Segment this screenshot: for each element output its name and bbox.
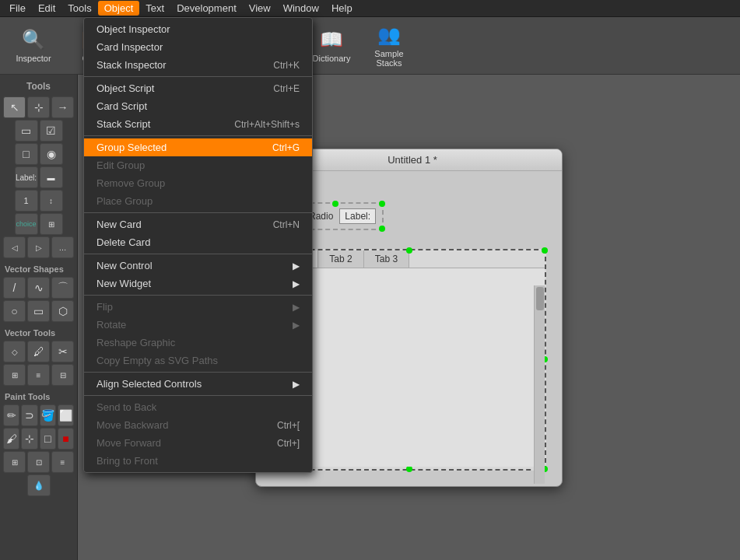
vector-shapes-label: Vector Shapes [3, 260, 74, 275]
handle-tm [332, 201, 338, 207]
divider-5 [84, 295, 312, 296]
tools-label: Tools [3, 78, 74, 95]
menu-bar: File Edit Tools Object Text Development … [0, 0, 740, 17]
menu-entry-place-group[interactable]: Place Group [84, 192, 312, 210]
new-control-arrow: ▶ [293, 261, 300, 271]
tool-arrow-left[interactable]: ◁ [3, 236, 26, 258]
tool-input[interactable]: ▬ [40, 166, 63, 188]
menu-view[interactable]: View [243, 1, 277, 16]
menu-entry-bring-front[interactable]: Bring to Front [84, 452, 312, 470]
tool-line[interactable]: / [3, 277, 26, 299]
menu-entry-move-forward[interactable]: Move Forward Ctrl+] [84, 434, 312, 452]
tool-path[interactable]: ⌒ [51, 277, 74, 299]
tool-rect[interactable]: ▭ [15, 120, 38, 142]
tool-vrect[interactable]: ▭ [27, 300, 50, 322]
tool-label[interactable]: Label: [15, 166, 38, 188]
menu-entry-object-inspector[interactable]: Object Inspector [84, 20, 312, 38]
tool-curve[interactable]: ∿ [27, 277, 50, 299]
menu-entry-card-script[interactable]: Card Script [84, 97, 312, 115]
tool-paint6[interactable]: ⊡ [27, 451, 50, 473]
menu-entry-remove-group[interactable]: Remove Group [84, 174, 312, 192]
tool-scroll[interactable]: ↕ [40, 190, 63, 212]
menu-tools[interactable]: Tools [61, 1, 97, 16]
divider-2 [84, 135, 312, 136]
menu-entry-move-backward[interactable]: Move Backward Ctrl+[ [84, 416, 312, 434]
tool-select[interactable]: ⊹ [27, 96, 50, 118]
tool-circle[interactable]: ○ [3, 300, 26, 322]
tool-paint4[interactable]: ■ [58, 428, 74, 450]
menu-entry-reshape[interactable]: Reshape Graphic [84, 334, 312, 352]
menu-entry-send-back[interactable]: Send to Back [84, 398, 312, 416]
tool-paint2[interactable]: ⊹ [21, 428, 37, 450]
tool-more[interactable]: … [51, 236, 74, 258]
divider-6 [84, 372, 312, 373]
tool-row-vector: / ∿ ⌒ [3, 277, 74, 299]
label-control: Label: [339, 208, 376, 224]
tool-rect2[interactable]: □ [15, 143, 38, 165]
menu-entry-new-card[interactable]: New Card Ctrl+N [84, 215, 312, 233]
tool-eraser[interactable]: ⬜ [58, 404, 74, 426]
shortcut-stack-inspector: Ctrl+K [273, 60, 300, 71]
tool-align[interactable]: ≡ [27, 364, 50, 386]
menu-entry-align[interactable]: Align Selected Controls ▶ [84, 375, 312, 393]
shortcut-move-forward: Ctrl+] [277, 438, 300, 449]
tool-lasso[interactable]: ⊃ [21, 404, 37, 426]
tool-pencil[interactable]: ✏ [3, 404, 19, 426]
tool-num[interactable]: 1 [15, 190, 38, 212]
tool-paint3[interactable]: □ [40, 428, 56, 450]
dictionary-icon: 📖 [320, 29, 343, 51]
menu-text[interactable]: Text [139, 1, 170, 16]
tool-radio[interactable]: ◉ [40, 143, 63, 165]
menu-entry-card-inspector[interactable]: Card Inspector [84, 38, 312, 56]
menu-entry-copy-svg[interactable]: Copy Empty as SVG Paths [84, 352, 312, 369]
menu-entry-new-widget[interactable]: New Widget ▶ [84, 275, 312, 292]
tool-paint7[interactable]: ≡ [51, 451, 74, 473]
divider-3 [84, 212, 312, 213]
menu-entry-stack-script[interactable]: Stack Script Ctrl+Alt+Shift+s [84, 115, 312, 133]
menu-entry-object-script[interactable]: Object Script Ctrl+E [84, 79, 312, 97]
tool-dropper[interactable]: 💧 [27, 474, 51, 496]
menu-entry-group-selected[interactable]: Group Selected Ctrl+G [84, 138, 312, 156]
menu-file[interactable]: File [3, 1, 32, 16]
tool-scissors[interactable]: ✂ [51, 341, 74, 362]
menu-development[interactable]: Development [170, 1, 243, 16]
menu-entry-flip[interactable]: Flip ▶ [84, 298, 312, 316]
menu-edit[interactable]: Edit [32, 1, 61, 16]
tool-poly[interactable]: ⬡ [51, 300, 74, 322]
new-widget-arrow: ▶ [293, 278, 300, 289]
toolbar-inspector[interactable]: 🔍 Inspector [6, 23, 61, 69]
tool-arrow-move[interactable]: → [51, 96, 74, 118]
menu-entry-edit-group[interactable]: Edit Group [84, 156, 312, 174]
tool-brush[interactable]: 🖌 [3, 428, 19, 450]
menu-entry-stack-inspector[interactable]: Stack Inspector Ctrl+K [84, 56, 312, 74]
vector-tools-label: Vector Tools [3, 324, 74, 339]
menu-help[interactable]: Help [325, 1, 359, 16]
menu-entry-rotate[interactable]: Rotate ▶ [84, 316, 312, 334]
tool-group[interactable]: ⊞ [3, 364, 26, 386]
inspector-icon: 🔍 [22, 29, 45, 51]
tool-choice[interactable]: choice [15, 213, 38, 235]
menu-object[interactable]: Object [98, 1, 140, 16]
shortcut-new-card: Ctrl+N [273, 219, 300, 230]
tool-bucket[interactable]: 🪣 [40, 404, 56, 426]
tab-handle-tm [406, 247, 412, 254]
tool-check[interactable]: ☑ [40, 120, 63, 142]
handle-tr [379, 201, 385, 207]
tool-vpath[interactable]: 🖊 [27, 341, 50, 362]
menu-entry-new-control[interactable]: New Control ▶ [84, 257, 312, 275]
menu-window[interactable]: Window [277, 1, 325, 16]
tool-pointer[interactable]: ↖ [3, 96, 26, 118]
tab-handle-bm [406, 466, 412, 472]
tool-paint5[interactable]: ⊞ [3, 451, 26, 473]
tool-arrow-right[interactable]: ▷ [27, 236, 50, 258]
toolbar-sample-stacks[interactable]: 👥 Sample Stacks [362, 23, 416, 69]
tool-node[interactable]: ◇ [3, 341, 26, 362]
tool-distribute[interactable]: ⊟ [51, 364, 74, 386]
tab-2[interactable]: Tab 2 [318, 250, 363, 268]
tool-spinner[interactable]: ⊞ [40, 213, 63, 235]
tab-3[interactable]: Tab 3 [364, 250, 409, 268]
sidebar: Tools ↖ ⊹ → ▭ ☑ □ ◉ Label: ▬ 1 ↕ choice … [0, 75, 78, 560]
tool-row-paint4: 💧 [3, 474, 74, 496]
menu-entry-delete-card[interactable]: Delete Card [84, 233, 312, 251]
tab-scrollbar[interactable] [534, 285, 545, 484]
